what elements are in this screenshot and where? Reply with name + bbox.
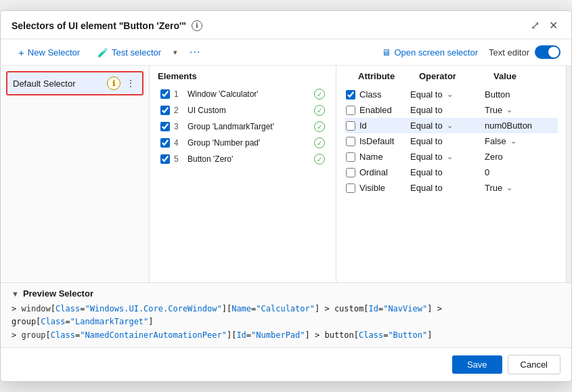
- element-checkbox[interactable]: [160, 122, 170, 131]
- selector-menu-button[interactable]: ⋮: [125, 78, 137, 89]
- attribute-row: Class Equal to ⌄ Button: [345, 87, 558, 102]
- val-chevron-button[interactable]: ⌄: [505, 106, 514, 114]
- save-button[interactable]: Save: [452, 355, 502, 374]
- text-editor-group: Text editor: [489, 45, 560, 59]
- attribute-row: Name Equal to ⌄ Zero: [345, 149, 558, 165]
- attr-checkbox[interactable]: [346, 106, 355, 115]
- check-circle-icon: ✓: [314, 137, 325, 148]
- attr-name: IsDefault: [359, 136, 410, 146]
- attributes-header: Attribute Operator Value: [345, 71, 558, 81]
- element-checkbox[interactable]: [160, 89, 170, 99]
- title-group: Selectors of UI element "Button 'Zero'" …: [12, 20, 202, 31]
- element-name: Group 'Number pad': [188, 138, 310, 148]
- test-selector-label: Test selector: [112, 47, 161, 58]
- attr-checkbox[interactable]: [346, 121, 355, 131]
- val-chevron-button[interactable]: ⌄: [505, 183, 514, 192]
- more-dots-icon: ···: [190, 46, 200, 58]
- flask-icon: 🧪: [97, 47, 108, 58]
- text-editor-label: Text editor: [489, 47, 529, 58]
- preview-title-row: ▼ Preview Selector: [12, 288, 560, 299]
- attr-checkbox[interactable]: [346, 137, 355, 146]
- attr-op-group: Equal to: [410, 167, 485, 177]
- attr-name: Id: [359, 121, 410, 131]
- attr-checkbox[interactable]: [346, 183, 355, 193]
- element-number: 5: [174, 154, 183, 164]
- attr-value: Zero: [485, 152, 503, 162]
- attr-value: num0Button: [485, 121, 532, 131]
- element-row: 5 Button 'Zero' ✓: [158, 152, 328, 167]
- attr-value: True: [485, 183, 502, 193]
- default-selector-item[interactable]: Default Selector ℹ ⋮: [6, 71, 144, 95]
- more-options-button[interactable]: ···: [183, 43, 207, 61]
- elements-list: 1 Window 'Calculator' ✓ 2 UI Custom ✓ 3 …: [158, 87, 328, 167]
- preview-chevron[interactable]: ▼: [12, 290, 19, 298]
- dialog-footer: Save Cancel: [1, 347, 571, 381]
- attr-value: 0: [485, 167, 489, 177]
- attribute-row: Visible Equal to True ⌄: [345, 180, 558, 196]
- main-content: Default Selector ℹ ⋮ Elements 1 Window '…: [1, 66, 571, 282]
- attr-value-group: True ⌄: [485, 105, 514, 115]
- toolbar-chevron-button[interactable]: ▾: [172, 48, 179, 57]
- op-chevron-button[interactable]: ⌄: [445, 152, 454, 161]
- attribute-row: Ordinal Equal to 0: [345, 165, 558, 180]
- attributes-rows: Class Equal to ⌄ Button Enabled Equal to…: [345, 87, 558, 196]
- attr-op-group: Equal to ⌄: [410, 121, 485, 131]
- selectors-panel: Default Selector ℹ ⋮: [1, 66, 150, 282]
- check-circle-icon: ✓: [314, 89, 325, 100]
- attr-checkbox[interactable]: [346, 152, 355, 162]
- attr-checkbox[interactable]: [346, 168, 355, 177]
- attr-value-group: 0: [485, 167, 489, 177]
- selectors-dialog: Selectors of UI element "Button 'Zero'" …: [0, 10, 572, 382]
- resize-button[interactable]: ⤢: [528, 18, 542, 33]
- attr-value: False: [485, 136, 506, 146]
- element-checkbox[interactable]: [160, 154, 170, 164]
- attribute-row: IsDefault Equal to False ⌄: [345, 133, 558, 149]
- element-number: 2: [174, 106, 183, 115]
- test-selector-button[interactable]: 🧪 Test selector: [91, 45, 168, 60]
- close-button[interactable]: ✕: [546, 18, 560, 33]
- check-circle-icon: ✓: [314, 105, 325, 116]
- attr-value-group: Zero: [485, 152, 503, 162]
- text-editor-toggle[interactable]: [535, 45, 560, 59]
- new-selector-label: New Selector: [28, 47, 80, 58]
- element-number: 4: [174, 138, 183, 148]
- attr-name: Enabled: [359, 105, 410, 115]
- element-checkbox[interactable]: [160, 106, 170, 115]
- preview-title: Preview Selector: [23, 288, 93, 299]
- attr-checkbox[interactable]: [346, 90, 355, 100]
- element-name: UI Custom: [188, 106, 310, 115]
- toggle-knob: [548, 47, 559, 58]
- attr-op-group: Equal to: [410, 136, 485, 146]
- preview-section: ▼ Preview Selector > window[Class="Windo…: [1, 282, 571, 347]
- scrollbar[interactable]: [566, 66, 571, 282]
- elements-title: Elements: [158, 71, 328, 81]
- check-circle-icon: ✓: [314, 121, 325, 132]
- new-selector-button[interactable]: + New Selector: [12, 44, 87, 61]
- attr-op-text: Equal to: [410, 152, 443, 162]
- attr-op-group: Equal to ⌄: [410, 89, 485, 100]
- col-attribute-header: Attribute: [358, 71, 419, 81]
- attr-name: Class: [359, 89, 410, 100]
- attributes-panel: Attribute Operator Value Class Equal to …: [336, 66, 566, 282]
- open-screen-button[interactable]: 🖥 Open screen selector: [375, 45, 485, 60]
- title-info-icon[interactable]: ℹ: [192, 20, 202, 31]
- val-chevron-button[interactable]: ⌄: [509, 137, 518, 146]
- col-value-header: Value: [493, 71, 558, 81]
- attr-op-group: Equal to: [410, 105, 485, 115]
- element-name: Window 'Calculator': [188, 89, 310, 99]
- selector-info-button[interactable]: ℹ: [107, 77, 120, 90]
- attribute-row: Enabled Equal to True ⌄: [345, 102, 558, 118]
- op-chevron-button[interactable]: ⌄: [445, 90, 454, 99]
- attr-value: True: [485, 105, 502, 115]
- col-operator-header: Operator: [419, 71, 493, 81]
- element-checkbox[interactable]: [160, 138, 170, 148]
- element-row: 3 Group 'LandmarkTarget' ✓: [158, 119, 328, 134]
- attr-op-group: Equal to ⌄: [410, 152, 485, 162]
- element-number: 1: [174, 89, 183, 99]
- attr-op-group: Equal to: [410, 183, 485, 193]
- cancel-button[interactable]: Cancel: [508, 355, 560, 374]
- element-row: 4 Group 'Number pad' ✓: [158, 135, 328, 150]
- op-chevron-button[interactable]: ⌄: [445, 121, 454, 130]
- element-row: 2 UI Custom ✓: [158, 103, 328, 118]
- screen-icon: 🖥: [382, 47, 391, 58]
